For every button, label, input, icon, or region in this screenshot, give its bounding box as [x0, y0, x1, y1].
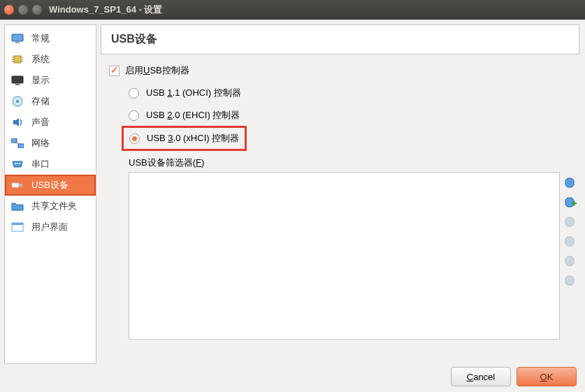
svg-point-12: [16, 100, 19, 103]
radio-icon[interactable]: [129, 110, 139, 121]
serial-icon: [10, 159, 24, 170]
radio-icon[interactable]: [129, 88, 139, 99]
sidebar-item-label: 共享文件夹: [31, 200, 77, 212]
sidebar-item-label: 声音: [31, 116, 50, 129]
main-panel: USB设备 启用USB控制器 USB 1.1 (OHCI) 控制器 USB 2.…: [96, 20, 585, 392]
disk-icon: [10, 96, 24, 107]
panel-title-box: USB设备: [101, 24, 579, 55]
edit-filter-icon: [564, 215, 577, 228]
titlebar: Windows_7_SP1_64 - 设置: [0, 0, 585, 20]
svg-rect-9: [12, 76, 23, 83]
window-controls: [4, 5, 42, 15]
sidebar-item-shared-folders[interactable]: 共享文件夹: [5, 196, 96, 217]
svg-marker-13: [13, 118, 19, 126]
sidebar-item-label: 用户界面: [31, 221, 68, 233]
audio-icon: [10, 117, 24, 128]
sidebar-item-label: 常规: [31, 32, 50, 45]
panel-body: 启用USB控制器 USB 1.1 (OHCI) 控制器 USB 2.0 (EHC…: [101, 55, 579, 392]
usb-filter-area: [129, 172, 579, 340]
svg-rect-2: [14, 56, 21, 63]
svg-point-18: [15, 163, 16, 164]
sidebar-item-label: 系统: [31, 53, 50, 66]
sidebar-item-general[interactable]: 常规: [5, 28, 96, 49]
window-close-icon[interactable]: [4, 5, 14, 15]
sidebar-item-system[interactable]: 系统: [5, 49, 96, 70]
radio-usb11[interactable]: USB 1.1 (OHCI) 控制器: [129, 87, 579, 99]
move-up-icon: [564, 254, 577, 267]
radio-label: USB 3.0 (xHCI) 控制器: [147, 132, 239, 145]
monitor-icon: [10, 33, 24, 44]
radio-label: USB 1.1 (OHCI) 控制器: [146, 87, 241, 99]
radio-usb30[interactable]: USB 3.0 (xHCI) 控制器: [122, 126, 247, 151]
content: 常规 系统 显示 存储 声音 网络 串口 USB设备: [0, 20, 585, 392]
chip-icon: [10, 54, 24, 65]
add-filter-icon[interactable]: [564, 176, 577, 189]
add-filter-plus-icon[interactable]: [564, 196, 577, 208]
checkbox-icon[interactable]: [109, 66, 120, 76]
svg-rect-1: [15, 42, 20, 43]
sidebar: 常规 系统 显示 存储 声音 网络 串口 USB设备: [4, 24, 96, 364]
folder-icon: [10, 201, 24, 212]
radio-label: USB 2.0 (EHCI) 控制器: [146, 109, 240, 122]
sidebar-item-label: USB设备: [31, 179, 68, 191]
sidebar-item-serial[interactable]: 串口: [5, 154, 96, 175]
sidebar-item-audio[interactable]: 声音: [5, 112, 96, 133]
svg-rect-10: [15, 84, 20, 85]
sidebar-item-label: 串口: [31, 158, 50, 170]
usb-filter-label: USB设备筛选器(F): [129, 157, 579, 169]
window-minimize-icon[interactable]: [18, 5, 28, 15]
usb-icon: [10, 180, 24, 191]
dialog-footer: Cancel OK: [451, 367, 577, 386]
svg-line-16: [14, 143, 21, 144]
sidebar-item-label: 显示: [31, 74, 50, 87]
svg-rect-22: [19, 184, 22, 187]
svg-rect-0: [12, 34, 23, 41]
sidebar-item-storage[interactable]: 存储: [5, 91, 96, 112]
sidebar-item-label: 存储: [31, 95, 50, 108]
network-icon: [10, 138, 24, 149]
svg-rect-15: [18, 144, 24, 148]
usb-controller-radio-group: USB 1.1 (OHCI) 控制器 USB 2.0 (EHCI) 控制器 US…: [103, 87, 579, 145]
enable-usb-label: 启用USB控制器: [125, 64, 189, 77]
ui-icon: [10, 222, 24, 233]
sidebar-item-usb[interactable]: USB设备: [5, 175, 96, 196]
display-icon: [10, 75, 24, 86]
svg-rect-14: [11, 138, 17, 143]
sidebar-item-display[interactable]: 显示: [5, 70, 96, 91]
sidebar-item-network[interactable]: 网络: [5, 133, 96, 154]
svg-point-19: [17, 163, 18, 164]
ok-button[interactable]: OK: [517, 367, 577, 386]
radio-usb20[interactable]: USB 2.0 (EHCI) 控制器: [129, 109, 579, 122]
remove-filter-icon: [564, 235, 577, 247]
svg-point-20: [19, 163, 20, 164]
svg-rect-24: [12, 223, 23, 225]
usb-filter-toolbar: [560, 172, 579, 340]
usb-filter-list[interactable]: [129, 172, 560, 340]
panel-title: USB设备: [111, 32, 569, 47]
window-maximize-icon[interactable]: [32, 5, 42, 15]
enable-usb-checkbox-row[interactable]: 启用USB控制器: [103, 64, 579, 77]
radio-icon[interactable]: [129, 133, 140, 144]
sidebar-item-user-interface[interactable]: 用户界面: [5, 217, 96, 238]
svg-rect-26: [574, 201, 575, 206]
cancel-button[interactable]: Cancel: [451, 367, 511, 386]
svg-rect-21: [12, 183, 19, 187]
move-down-icon: [564, 274, 577, 286]
window-title: Windows_7_SP1_64 - 设置: [49, 3, 162, 16]
sidebar-item-label: 网络: [31, 137, 50, 150]
